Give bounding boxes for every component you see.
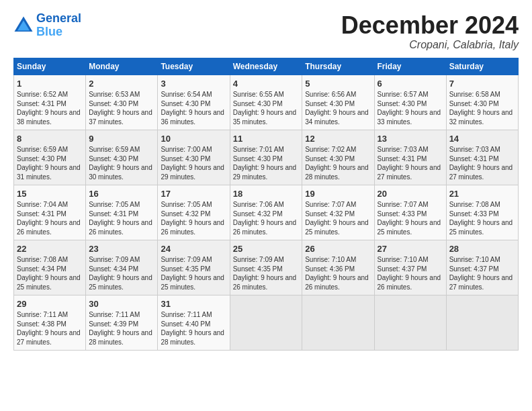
title-block: December 2024 Cropani, Calabria, Italy xyxy=(341,12,519,51)
weekday-header-sunday: Sunday xyxy=(14,58,86,75)
calendar-day-17: 17Sunrise: 7:05 AMSunset: 4:32 PMDayligh… xyxy=(158,185,230,240)
calendar-day-22: 22Sunrise: 7:08 AMSunset: 4:34 PMDayligh… xyxy=(14,240,86,295)
calendar-week-3: 15Sunrise: 7:04 AMSunset: 4:31 PMDayligh… xyxy=(14,185,519,240)
sunrise-label: Sunrise: 7:02 AM xyxy=(305,146,356,153)
calendar-day-6: 6Sunrise: 6:57 AMSunset: 4:30 PMDaylight… xyxy=(374,75,446,130)
sunrise-label: Sunrise: 7:11 AM xyxy=(17,311,68,318)
sunset-label: Sunset: 4:30 PM xyxy=(305,155,355,163)
daylight-label: Daylight: 9 hours and 29 minutes. xyxy=(233,164,297,181)
day-number: 29 xyxy=(17,298,83,310)
sunrise-label: Sunrise: 6:55 AM xyxy=(233,91,284,98)
weekday-header-row: SundayMondayTuesdayWednesdayThursdayFrid… xyxy=(14,58,519,75)
weekday-header-monday: Monday xyxy=(86,58,158,75)
weekday-header-friday: Friday xyxy=(374,58,446,75)
sunrise-label: Sunrise: 7:06 AM xyxy=(233,201,284,208)
calendar-day-31: 31Sunrise: 7:11 AMSunset: 4:40 PMDayligh… xyxy=(158,295,230,350)
sunrise-label: Sunrise: 6:56 AM xyxy=(305,91,356,98)
daylight-label: Daylight: 9 hours and 25 minutes. xyxy=(161,274,224,291)
daylight-label: Daylight: 9 hours and 30 minutes. xyxy=(89,164,152,181)
calendar-day-21: 21Sunrise: 7:08 AMSunset: 4:33 PMDayligh… xyxy=(446,185,518,240)
sunrise-label: Sunrise: 7:03 AM xyxy=(449,146,500,153)
daylight-label: Daylight: 9 hours and 26 minutes. xyxy=(378,274,441,291)
day-number: 30 xyxy=(89,298,154,310)
weekday-header-tuesday: Tuesday xyxy=(158,58,230,75)
sunrise-label: Sunrise: 7:09 AM xyxy=(89,256,140,263)
sunset-label: Sunset: 4:33 PM xyxy=(449,210,499,218)
day-number: 24 xyxy=(161,243,226,255)
logo-icon xyxy=(13,15,34,36)
sunset-label: Sunset: 4:37 PM xyxy=(449,265,499,273)
sunset-label: Sunset: 4:34 PM xyxy=(17,265,66,273)
sunset-label: Sunset: 4:38 PM xyxy=(17,320,66,328)
sunset-label: Sunset: 4:30 PM xyxy=(89,100,138,107)
sunset-label: Sunset: 4:32 PM xyxy=(305,210,355,218)
sunrise-label: Sunrise: 7:05 AM xyxy=(161,201,212,208)
sunset-label: Sunset: 4:31 PM xyxy=(378,155,427,163)
day-number: 28 xyxy=(449,243,515,255)
weekday-header-wednesday: Wednesday xyxy=(230,58,302,75)
day-number: 23 xyxy=(89,243,154,255)
sunset-label: Sunset: 4:30 PM xyxy=(449,100,499,107)
daylight-label: Daylight: 9 hours and 26 minutes. xyxy=(161,219,224,236)
calendar-day-27: 27Sunrise: 7:10 AMSunset: 4:37 PMDayligh… xyxy=(374,240,446,295)
sunrise-label: Sunrise: 6:52 AM xyxy=(17,91,68,98)
daylight-label: Daylight: 9 hours and 28 minutes. xyxy=(305,164,369,181)
calendar-day-13: 13Sunrise: 7:03 AMSunset: 4:31 PMDayligh… xyxy=(374,130,446,185)
daylight-label: Daylight: 9 hours and 26 minutes. xyxy=(305,274,369,291)
calendar-table: SundayMondayTuesdayWednesdayThursdayFrid… xyxy=(13,58,519,351)
sunrise-label: Sunrise: 6:57 AM xyxy=(378,91,429,98)
header: General Blue December 2024 Cropani, Cala… xyxy=(13,12,519,51)
day-number: 17 xyxy=(161,188,226,200)
calendar-day-8: 8Sunrise: 6:59 AMSunset: 4:30 PMDaylight… xyxy=(14,130,86,185)
daylight-label: Daylight: 9 hours and 36 minutes. xyxy=(161,109,224,126)
sunrise-label: Sunrise: 7:01 AM xyxy=(233,146,284,153)
daylight-label: Daylight: 9 hours and 27 minutes. xyxy=(449,164,513,181)
sunrise-label: Sunrise: 7:08 AM xyxy=(17,256,68,263)
sunrise-label: Sunrise: 7:03 AM xyxy=(378,146,429,153)
daylight-label: Daylight: 9 hours and 26 minutes. xyxy=(89,219,152,236)
daylight-label: Daylight: 9 hours and 31 minutes. xyxy=(17,164,81,181)
sunset-label: Sunset: 4:31 PM xyxy=(449,155,499,163)
calendar-week-5: 29Sunrise: 7:11 AMSunset: 4:38 PMDayligh… xyxy=(14,295,519,350)
sunset-label: Sunset: 4:34 PM xyxy=(89,265,138,273)
calendar-week-1: 1Sunrise: 6:52 AMSunset: 4:31 PMDaylight… xyxy=(14,75,519,130)
sunset-label: Sunset: 4:37 PM xyxy=(378,265,427,273)
sunrise-label: Sunrise: 6:58 AM xyxy=(449,91,500,98)
daylight-label: Daylight: 9 hours and 27 minutes. xyxy=(449,274,513,291)
sunset-label: Sunset: 4:32 PM xyxy=(161,210,210,218)
sunrise-label: Sunrise: 6:59 AM xyxy=(89,146,140,153)
day-number: 14 xyxy=(449,133,515,145)
calendar-day-16: 16Sunrise: 7:05 AMSunset: 4:31 PMDayligh… xyxy=(86,185,158,240)
calendar-week-2: 8Sunrise: 6:59 AMSunset: 4:30 PMDaylight… xyxy=(14,130,519,185)
sunset-label: Sunset: 4:31 PM xyxy=(17,210,66,218)
daylight-label: Daylight: 9 hours and 28 minutes. xyxy=(89,329,152,346)
sunrise-label: Sunrise: 7:00 AM xyxy=(161,146,212,153)
calendar-day-1: 1Sunrise: 6:52 AMSunset: 4:31 PMDaylight… xyxy=(14,75,86,130)
daylight-label: Daylight: 9 hours and 25 minutes. xyxy=(378,219,441,236)
day-number: 3 xyxy=(161,78,226,90)
calendar-day-24: 24Sunrise: 7:09 AMSunset: 4:35 PMDayligh… xyxy=(158,240,230,295)
day-number: 21 xyxy=(449,188,515,200)
day-number: 31 xyxy=(161,298,226,310)
calendar-day-7: 7Sunrise: 6:58 AMSunset: 4:30 PMDaylight… xyxy=(446,75,518,130)
day-number: 15 xyxy=(17,188,83,200)
sunrise-label: Sunrise: 7:05 AM xyxy=(89,201,140,208)
calendar-day-empty xyxy=(302,295,374,350)
day-number: 19 xyxy=(305,188,371,200)
calendar-day-empty xyxy=(230,295,302,350)
day-number: 12 xyxy=(305,133,371,145)
calendar-day-30: 30Sunrise: 7:11 AMSunset: 4:39 PMDayligh… xyxy=(86,295,158,350)
sunrise-label: Sunrise: 7:08 AM xyxy=(449,201,500,208)
day-number: 25 xyxy=(233,243,300,255)
sunset-label: Sunset: 4:36 PM xyxy=(305,265,355,273)
day-number: 16 xyxy=(89,188,154,200)
daylight-label: Daylight: 9 hours and 34 minutes. xyxy=(305,109,369,126)
calendar-day-2: 2Sunrise: 6:53 AMSunset: 4:30 PMDaylight… xyxy=(86,75,158,130)
sunrise-label: Sunrise: 7:10 AM xyxy=(378,256,429,263)
sunset-label: Sunset: 4:31 PM xyxy=(17,100,66,107)
day-number: 13 xyxy=(378,133,443,145)
calendar-day-11: 11Sunrise: 7:01 AMSunset: 4:30 PMDayligh… xyxy=(230,130,302,185)
calendar-day-4: 4Sunrise: 6:55 AMSunset: 4:30 PMDaylight… xyxy=(230,75,302,130)
calendar-day-14: 14Sunrise: 7:03 AMSunset: 4:31 PMDayligh… xyxy=(446,130,518,185)
day-number: 1 xyxy=(17,78,83,90)
